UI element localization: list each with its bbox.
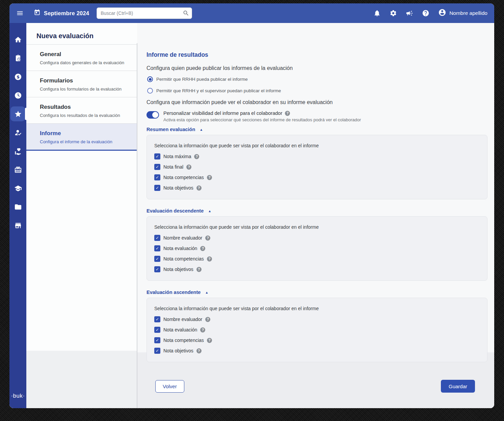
sidebar-item-clock-icon[interactable] [10,88,25,103]
checkbox-row[interactable]: Nota final [154,164,479,170]
checkbox-row[interactable]: Nota objetivos [154,266,479,272]
sidebar-item-graduation-cap-icon[interactable] [10,181,25,196]
help-tooltip-icon[interactable] [207,175,212,180]
checkbox-row[interactable]: Nota objetivos [154,185,479,191]
sidebar-item-folder-icon[interactable] [10,199,25,214]
checkbox-checked[interactable] [154,266,160,272]
help-tooltip-icon[interactable] [200,327,205,332]
collapse-caret-icon[interactable] [208,209,211,213]
collapse-caret-icon[interactable] [200,128,203,131]
toggle-description: Activa esta opción para seleccionar qué … [163,117,361,122]
help-tooltip-icon[interactable] [205,317,210,322]
checkbox-checked[interactable] [154,337,160,343]
radio-label: Permitir que RRHH pueda publicar el info… [156,77,248,82]
checkbox-checked[interactable] [154,164,160,170]
sidebar-item-gift-icon[interactable] [10,162,25,177]
visibility-toggle-row: Personalizar visibilidad del informe par… [147,110,487,122]
checkbox-checked[interactable] [154,327,160,333]
help-tooltip-icon[interactable] [207,338,212,343]
checkbox-row[interactable]: Nombre evaluador [154,316,479,322]
hamburger-menu-icon[interactable] [16,9,24,17]
notifications-bell-icon[interactable] [373,9,381,17]
sidebar-item-store-icon[interactable] [10,218,25,233]
help-tooltip-icon[interactable] [194,154,199,159]
step-informe[interactable]: Informe Configura el informe de la evalu… [26,124,137,151]
box-intro: Selecciona la información que puede ser … [154,306,479,311]
checkbox-row[interactable]: Nota competencias [154,256,479,262]
checkbox-checked[interactable] [154,185,160,191]
checkbox-row[interactable]: Nota competencias [154,174,479,180]
buk-logo: ·buk· [11,393,25,399]
radio-selected[interactable] [147,76,153,82]
help-tooltip-icon[interactable] [196,348,202,353]
checkbox-row[interactable]: Nota evaluación [154,245,479,251]
back-button[interactable]: Volver [155,380,184,393]
calendar-icon [34,9,41,17]
help-tooltip-icon[interactable] [205,236,210,241]
search-icon [183,10,189,17]
step-title: General [40,51,129,58]
publish-question: Configura quien puede publicar los infor… [147,65,487,71]
radio-unselected[interactable] [147,88,153,94]
step-title: Resultados [40,104,129,110]
global-search [97,7,192,19]
section-title-descendente: Evaluación descendente [147,208,204,214]
collapse-caret-icon[interactable] [205,291,208,294]
sidebar-item-clipboard-clock-icon[interactable] [10,51,25,66]
sidebar-item-star-icon[interactable] [10,106,25,121]
section-box-resumen: Selecciona la información que puede ser … [147,135,487,199]
sidebar-item-home-icon[interactable] [10,32,25,47]
step-subtitle: Configura los formularios de la evaluaci… [40,86,129,92]
footer-actions: Volver Guardar [147,380,487,393]
checkbox-checked[interactable] [154,256,160,262]
checkbox-checked[interactable] [154,174,160,180]
help-circle-icon[interactable] [422,9,429,17]
help-tooltip-icon[interactable] [196,185,202,191]
checkbox-checked[interactable] [154,245,160,251]
sidebar-item-hand-heart-icon[interactable] [10,144,25,158]
help-tooltip-icon[interactable] [200,246,205,251]
visibility-question: Configura que información puede ver el c… [147,99,487,105]
step-general[interactable]: General Configura datos generales de la … [26,45,137,71]
section-title-resumen: Resumen evaluación [147,127,195,132]
radio-option-rrhh[interactable]: Permitir que RRHH pueda publicar el info… [147,76,487,82]
user-avatar-icon [438,8,446,18]
section-box-ascendente: Selecciona la información que puede ser … [147,298,487,362]
checkbox-row[interactable]: Nota objetivos [154,348,479,354]
sidebar-item-money-icon[interactable]: $ [10,69,25,84]
step-resultados[interactable]: Resultados Configura los resultados de l… [26,97,137,124]
help-tooltip-icon[interactable] [196,267,202,272]
radio-option-rrhh-supervisor[interactable]: Permitir que RRHH y el supervisor puedan… [147,88,487,94]
help-tooltip-icon[interactable] [285,111,290,116]
step-subtitle: Configura el informe de la evaluación [40,139,129,144]
checkbox-row[interactable]: Nota competencias [154,337,479,343]
search-input[interactable] [97,7,192,19]
settings-gear-icon[interactable] [390,9,397,17]
sidebar-item-person-check-icon[interactable] [10,125,25,140]
checkbox-checked[interactable] [154,235,160,241]
checkbox-checked[interactable] [154,348,160,354]
app-body: $ · [9,23,494,408]
visibility-toggle-on[interactable] [147,111,159,119]
section-title-ascendente: Evaluación ascendente [147,290,201,295]
app-window: Septiembre 2024 Nombre apellid [9,3,494,408]
step-formularios[interactable]: Formularios Configura los formularios de… [26,71,137,97]
announcements-megaphone-icon[interactable] [406,9,413,17]
checkbox-checked[interactable] [154,316,160,322]
save-button[interactable]: Guardar [441,380,475,393]
toggle-label: Personalizar visibilidad del informe par… [163,110,282,116]
period-selector[interactable]: Septiembre 2024 [34,9,89,17]
period-label: Septiembre 2024 [44,10,89,17]
checkbox-row[interactable]: Nota máxima [154,153,479,159]
help-tooltip-icon[interactable] [207,256,212,262]
help-tooltip-icon[interactable] [186,165,191,170]
step-subtitle: Configura los resultados de la evaluació… [40,113,129,118]
radio-label: Permitir que RRHH y el supervisor puedan… [156,88,281,93]
checkbox-checked[interactable] [154,153,160,159]
sidebar: $ · [9,23,26,408]
user-menu[interactable]: Nombre apellido [438,8,487,18]
checkbox-row[interactable]: Nombre evaluador [154,235,479,241]
steps-panel: Nueva evaluación General Configura datos… [26,23,137,408]
page-title: Nueva evaluación [26,23,137,44]
checkbox-row[interactable]: Nota evaluación [154,327,479,333]
